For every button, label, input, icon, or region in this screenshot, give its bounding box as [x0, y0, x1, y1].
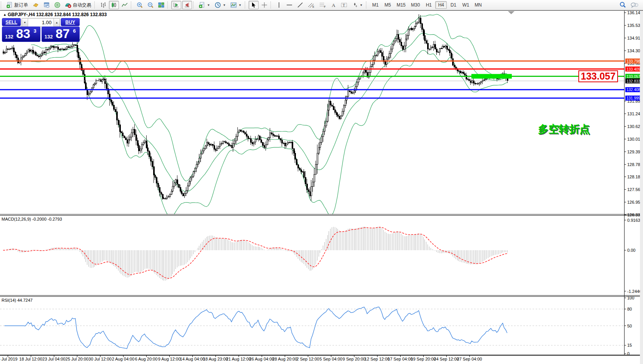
toolbar-grip: [245, 2, 247, 8]
new-order-label: 新订单: [14, 2, 28, 8]
rsi-axis-label: 0: [627, 351, 630, 356]
svg-text:133.409: 133.409: [626, 67, 641, 71]
zoom-out-button[interactable]: [145, 1, 155, 9]
rsi-axis-label: 15: [627, 343, 632, 347]
time-axis-label: 24 Sep 12:00: [434, 357, 459, 361]
search-button[interactable]: [617, 1, 628, 9]
sell-button[interactable]: SELL: [2, 18, 21, 26]
horizontal-line-button[interactable]: [284, 1, 294, 9]
timeframe-button-d1[interactable]: D1: [448, 1, 459, 9]
new-order-icon: [7, 2, 13, 8]
horizontal-line-icon: [286, 2, 292, 8]
indicators-button[interactable]: ▼: [197, 1, 212, 9]
fibonacci-button[interactable]: F: [317, 1, 328, 9]
symbol-ohlc-line: ▲GBPJPY-,H4 132.826 132.844 132.826 132.…: [3, 12, 107, 17]
timeframe-group: M1M5M15M30H1H4D1W1MN: [369, 1, 484, 9]
timeframe-button-m1[interactable]: M1: [370, 1, 381, 9]
turning-point-label[interactable]: 多空转折点: [538, 122, 590, 136]
tile-windows-icon: [158, 2, 164, 8]
timeframe-button-m5[interactable]: M5: [382, 1, 394, 9]
auto-scroll-button[interactable]: [171, 1, 181, 9]
svg-text:132.833: 132.833: [626, 79, 641, 83]
text-icon: A: [331, 2, 336, 8]
toolbar-grip: [94, 2, 97, 8]
periods-button[interactable]: ▼: [213, 1, 228, 9]
candle-chart-button[interactable]: [109, 1, 119, 9]
signals-icon: [54, 2, 60, 8]
timeframe-button-m15[interactable]: M15: [394, 1, 408, 9]
time-axis-label: 9 Sep 20:00: [342, 357, 365, 361]
dropdown-caret-icon: ▼: [360, 3, 363, 7]
window-divider: [0, 10, 643, 11]
autotrading-button[interactable]: 自动交易: [63, 1, 93, 9]
bar-chart-button[interactable]: [98, 1, 108, 9]
time-axis-label: 14 Aug 04:00: [180, 357, 205, 361]
line-chart-icon: [122, 2, 128, 8]
highlight-zone[interactable]: [471, 74, 512, 79]
periods-icon: [215, 2, 221, 8]
candle-chart-icon: [111, 2, 117, 8]
chart-canvas[interactable]: 136.145135.530134.915134.300133.685131.8…: [0, 10, 643, 364]
crosshair-button[interactable]: [259, 1, 269, 9]
chart-shift-icon: [184, 2, 190, 8]
volume-value[interactable]: 1.00: [28, 18, 53, 27]
timeframe-button-h1[interactable]: H1: [423, 1, 434, 9]
cursor-button[interactable]: [249, 1, 259, 9]
svg-text:T: T: [342, 3, 345, 7]
fibonacci-icon: F: [319, 2, 326, 8]
text-label-button[interactable]: T: [339, 1, 349, 9]
zoom-in-icon: [137, 2, 143, 8]
text-button[interactable]: A: [329, 1, 338, 9]
shapes-button[interactable]: ▼: [350, 1, 365, 9]
macd-axis-label: -1.2446: [627, 289, 641, 294]
buy-price-box[interactable]: 132 87 6: [42, 27, 80, 42]
vertical-line-button[interactable]: [274, 1, 284, 9]
time-axis-label: 9 Aug 12:00: [158, 357, 181, 361]
chat-button[interactable]: [629, 1, 640, 9]
tile-windows-button[interactable]: [156, 1, 166, 9]
templates-button[interactable]: ▼: [229, 1, 244, 9]
volume-increase-button[interactable]: ▲: [53, 18, 60, 27]
navigator-button[interactable]: [42, 1, 52, 9]
chat-icon: [631, 2, 638, 8]
zoom-in-button[interactable]: [135, 1, 145, 9]
sell-price-main: 83: [16, 27, 30, 41]
time-axis-label: 21 Aug 12:00: [226, 357, 251, 361]
buy-price-pip: 6: [73, 28, 76, 34]
timeframe-button-w1[interactable]: W1: [460, 1, 471, 9]
trendline-button[interactable]: [295, 1, 305, 9]
volume-decrease-button[interactable]: ▼: [22, 18, 28, 27]
macd-axis-label: 0.9163: [627, 218, 640, 223]
trendline-icon: [297, 2, 303, 8]
buy-price-main: 87: [56, 27, 70, 41]
equidistant-channel-button[interactable]: E: [306, 1, 317, 9]
chart-area[interactable]: 136.145135.530134.915134.300133.685131.8…: [0, 10, 643, 364]
timeframe-button-h4[interactable]: H4: [435, 1, 447, 9]
time-axis-label: 6 Aug 20:00: [135, 357, 158, 361]
time-axis-label: 12 Sep 12:00: [364, 357, 389, 361]
line-chart-button[interactable]: [120, 1, 130, 9]
toolbar: 新订单 自动交易: [0, 0, 643, 10]
window-edge: [640, 10, 643, 364]
price-callout-box[interactable]: 133.057: [578, 70, 618, 82]
svg-text:F: F: [324, 5, 326, 8]
collapse-ohlc-icon[interactable]: ▲: [3, 13, 7, 17]
buy-price-base: 132: [45, 34, 53, 40]
new-order-button[interactable]: 新订单: [5, 1, 30, 9]
buy-button[interactable]: BUY: [61, 18, 80, 26]
toolbar-grip: [167, 2, 170, 8]
timeframe-button-mn[interactable]: MN: [472, 1, 484, 9]
market-watch-button[interactable]: [31, 1, 41, 9]
bar-chart-icon: [100, 2, 106, 8]
sell-price-pip: 3: [33, 28, 36, 34]
chart-shift-button[interactable]: [182, 1, 192, 9]
rsi-axis-label: 50: [627, 324, 632, 328]
svg-text:131.999: 131.999: [626, 96, 641, 100]
macd-label: MACD(12,26,9) -0.2000 -0.2793: [2, 217, 62, 221]
sell-price-box[interactable]: 132 83 3: [2, 27, 40, 42]
signals-button[interactable]: [52, 1, 62, 9]
time-axis-label: 17 Sep 04:00: [387, 357, 413, 361]
timeframe-button-m30[interactable]: M30: [409, 1, 422, 9]
svg-text:133.798: 133.798: [626, 59, 641, 63]
time-axis-label: 18 Aug 23:00: [203, 357, 228, 361]
